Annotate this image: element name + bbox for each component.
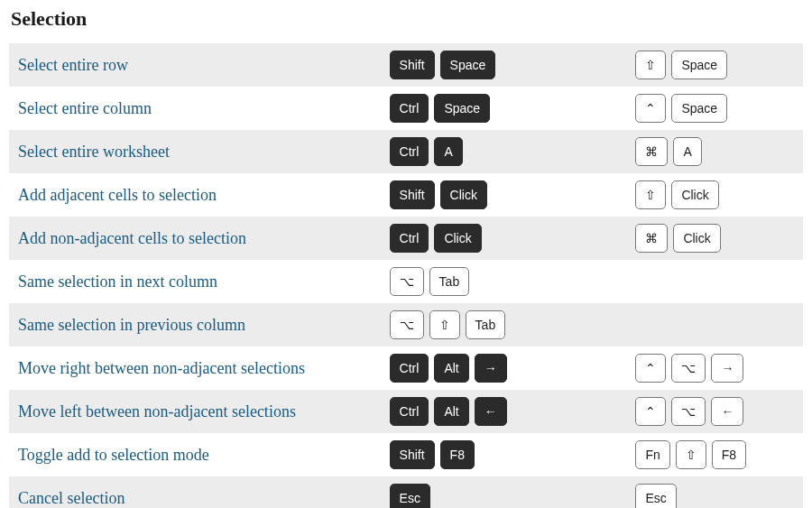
- key-cap: Click: [440, 180, 487, 209]
- primary-keys-cell: ⌥⇧Tab: [383, 303, 629, 346]
- shortcut-row: Toggle add to selection modeShiftF8Fn⇧F8: [9, 433, 803, 476]
- key-cap: Space: [440, 51, 496, 79]
- shortcut-action-link[interactable]: Select entire worksheet: [18, 143, 170, 161]
- secondary-keys-cell: ⇧Space: [628, 43, 803, 87]
- secondary-keys-cell: ⌃⌥→: [628, 346, 803, 390]
- secondary-keys-cell: ⌘A: [628, 130, 803, 173]
- primary-keys-cell: CtrlAlt←: [383, 390, 629, 433]
- secondary-keys-cell: Fn⇧F8: [628, 433, 803, 476]
- primary-keys-cell: ShiftSpace: [383, 43, 629, 87]
- key-cap: Shift: [390, 51, 435, 79]
- shortcuts-table: Select entire rowShiftSpace⇧SpaceSelect …: [9, 43, 803, 508]
- key-cap: ⌃: [635, 397, 666, 426]
- key-cap: A: [673, 137, 701, 166]
- key-cap: F8: [440, 440, 475, 469]
- key-cap: Click: [671, 180, 718, 209]
- shortcut-row: Move right between non-adjacent selectio…: [9, 346, 803, 390]
- primary-keys-cell: CtrlClick: [383, 217, 629, 260]
- primary-keys-cell: CtrlAlt→: [383, 346, 629, 390]
- secondary-keys-cell: [628, 303, 803, 346]
- shortcut-row: Select entire columnCtrlSpace⌃Space: [9, 87, 803, 130]
- key-cap: ⇧: [635, 180, 666, 209]
- key-cap: ⌃: [635, 94, 666, 123]
- secondary-keys-cell: Esc: [628, 476, 803, 508]
- primary-keys-cell: ShiftClick: [383, 173, 629, 217]
- secondary-keys-cell: ⌃Space: [628, 87, 803, 130]
- key-cap: ⌘: [635, 137, 668, 166]
- key-cap: ⇧: [429, 310, 460, 339]
- key-cap: ←: [475, 397, 507, 426]
- key-cap: ←: [711, 397, 743, 426]
- key-cap: Shift: [390, 180, 435, 209]
- primary-keys-cell: Esc: [383, 476, 629, 508]
- key-cap: Ctrl: [390, 397, 429, 426]
- shortcut-row: Add adjacent cells to selectionShiftClic…: [9, 173, 803, 217]
- shortcut-row: Select entire worksheetCtrlA⌘A: [9, 130, 803, 173]
- key-cap: ⇧: [635, 51, 666, 79]
- shortcut-action-link[interactable]: Same selection in previous column: [18, 316, 245, 334]
- key-cap: ⌥: [390, 310, 424, 339]
- key-cap: Ctrl: [390, 354, 429, 383]
- key-cap: Shift: [390, 440, 435, 469]
- shortcut-row: Select entire rowShiftSpace⇧Space: [9, 43, 803, 87]
- secondary-keys-cell: ⇧Click: [628, 173, 803, 217]
- key-cap: →: [475, 354, 507, 383]
- shortcut-action-link[interactable]: Select entire row: [18, 56, 128, 74]
- shortcut-action-link[interactable]: Add non-adjacent cells to selection: [18, 229, 246, 247]
- key-cap: Ctrl: [390, 224, 429, 253]
- secondary-keys-cell: ⌘Click: [628, 217, 803, 260]
- shortcut-row: Cancel selectionEscEsc: [9, 476, 803, 508]
- section-title: Selection: [11, 7, 803, 31]
- key-cap: Fn: [635, 440, 669, 469]
- shortcut-action-link[interactable]: Add adjacent cells to selection: [18, 186, 217, 204]
- key-cap: ⌥: [671, 354, 706, 383]
- key-cap: ⌘: [635, 224, 668, 253]
- shortcut-action-link[interactable]: Move left between non-adjacent selection…: [18, 402, 296, 420]
- key-cap: →: [711, 354, 743, 383]
- secondary-keys-cell: ⌃⌥←: [628, 390, 803, 433]
- key-cap: Alt: [434, 397, 468, 426]
- primary-keys-cell: CtrlA: [383, 130, 629, 173]
- key-cap: ⇧: [676, 440, 706, 469]
- primary-keys-cell: ShiftF8: [383, 433, 629, 476]
- shortcut-action-link[interactable]: Cancel selection: [18, 489, 125, 507]
- key-cap: Alt: [434, 354, 468, 383]
- key-cap: Space: [434, 94, 490, 123]
- primary-keys-cell: CtrlSpace: [383, 87, 629, 130]
- shortcut-action-link[interactable]: Same selection in next column: [18, 272, 217, 291]
- shortcut-row: Move left between non-adjacent selection…: [9, 390, 803, 433]
- key-cap: ⌥: [671, 397, 706, 426]
- primary-keys-cell: ⌥Tab: [383, 260, 629, 303]
- shortcut-row: Same selection in previous column⌥⇧Tab: [9, 303, 803, 346]
- key-cap: ⌥: [390, 267, 424, 296]
- shortcut-row: Same selection in next column⌥Tab: [9, 260, 803, 303]
- key-cap: Tab: [466, 310, 506, 339]
- key-cap: Esc: [390, 484, 430, 508]
- shortcut-row: Add non-adjacent cells to selectionCtrlC…: [9, 217, 803, 260]
- shortcut-action-link[interactable]: Toggle add to selection mode: [18, 446, 209, 464]
- key-cap: ⌃: [635, 354, 666, 383]
- key-cap: Ctrl: [390, 137, 429, 166]
- key-cap: Space: [671, 51, 727, 79]
- key-cap: A: [434, 137, 462, 166]
- key-cap: Tab: [429, 267, 470, 296]
- key-cap: Space: [671, 94, 727, 123]
- key-cap: Click: [673, 224, 720, 253]
- shortcut-action-link[interactable]: Move right between non-adjacent selectio…: [18, 359, 305, 377]
- key-cap: F8: [712, 440, 746, 469]
- shortcut-action-link[interactable]: Select entire column: [18, 99, 152, 117]
- secondary-keys-cell: [628, 260, 803, 303]
- key-cap: Esc: [635, 484, 676, 508]
- key-cap: Click: [434, 224, 481, 253]
- key-cap: Ctrl: [390, 94, 429, 123]
